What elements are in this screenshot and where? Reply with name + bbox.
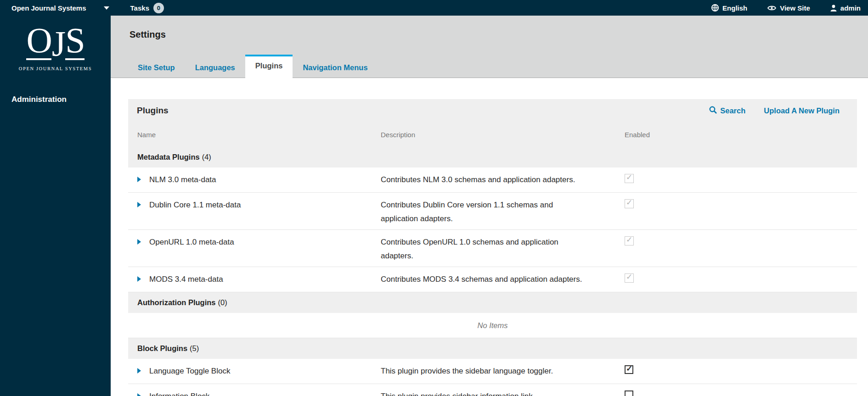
eye-icon bbox=[767, 5, 776, 11]
main-content: Settings Site Setup Languages Plugins Na… bbox=[111, 16, 868, 396]
no-items-row: No Items bbox=[128, 313, 857, 338]
table-row: NLM 3.0 meta-dataContributes NLM 3.0 sch… bbox=[128, 167, 857, 193]
checkmark-icon: ✓ bbox=[626, 272, 632, 282]
site-context-menu[interactable]: Open Journal Systems bbox=[0, 4, 109, 12]
table-row: Dublin Core 1.1 meta-dataContributes Dub… bbox=[128, 193, 857, 230]
panel-actions: Search Upload A New Plugin bbox=[700, 106, 857, 116]
brand-label: Open Journal Systems bbox=[11, 4, 86, 12]
language-label: English bbox=[722, 4, 747, 12]
expand-triangle-icon bbox=[137, 368, 141, 374]
plugin-description: Contributes NLM 3.0 schemas and applicat… bbox=[381, 173, 625, 189]
top-bar: Open Journal Systems Tasks 0 English Vie… bbox=[0, 0, 868, 16]
expand-triangle-icon bbox=[137, 393, 141, 396]
table-row: Information BlockThis plugin provides si… bbox=[128, 384, 857, 396]
ojs-logo-caption: OPEN JOURNAL SYSTEMS bbox=[0, 66, 111, 71]
ojs-logo-letters: OJS bbox=[0, 24, 111, 60]
section-title: Metadata Plugins bbox=[137, 153, 200, 162]
tab-languages[interactable]: Languages bbox=[185, 55, 245, 78]
plugin-expander[interactable]: NLM 3.0 meta-data bbox=[128, 173, 381, 189]
table-header-row: Name Description Enabled bbox=[128, 122, 857, 147]
plugin-name-label: Language Toggle Block bbox=[149, 364, 230, 378]
tasks-button[interactable]: Tasks 0 bbox=[130, 3, 164, 13]
tasks-label: Tasks bbox=[130, 4, 149, 12]
expand-triangle-icon bbox=[137, 239, 141, 245]
view-site-link[interactable]: View Site bbox=[767, 4, 810, 12]
enabled-cell: ✓ bbox=[625, 235, 857, 263]
enabled-checkbox: ✓ bbox=[625, 174, 634, 183]
table-row: Language Toggle BlockThis plugin provide… bbox=[128, 359, 857, 384]
expand-triangle-icon bbox=[137, 276, 141, 282]
sidebar-nav: Administration bbox=[0, 90, 111, 109]
globe-icon bbox=[711, 4, 719, 11]
plugin-expander[interactable]: Dublin Core 1.1 meta-data bbox=[128, 198, 381, 226]
column-header-name: Name bbox=[128, 131, 381, 139]
panel-title: Plugins bbox=[128, 106, 169, 116]
plugin-expander[interactable]: OpenURL 1.0 meta-data bbox=[128, 235, 381, 263]
column-header-description: Description bbox=[381, 131, 625, 139]
plugins-panel: Plugins Search Upload A New Plugin Name … bbox=[128, 99, 857, 396]
user-icon bbox=[830, 5, 837, 11]
enabled-cell bbox=[625, 390, 857, 396]
section-count: (4) bbox=[202, 153, 211, 162]
plugin-description: Contributes Dublin Core version 1.1 sche… bbox=[381, 198, 625, 226]
section-header-row: Block Plugins(5) bbox=[128, 338, 857, 359]
enabled-checkbox: ✓ bbox=[625, 236, 634, 245]
tasks-count-badge: 0 bbox=[153, 3, 164, 13]
plugin-name-label: OpenURL 1.0 meta-data bbox=[149, 235, 234, 249]
section-header-row: Metadata Plugins(4) bbox=[128, 147, 857, 167]
section-header-row: Authorization Plugins(0) bbox=[128, 292, 857, 313]
enabled-checkbox: ✓ bbox=[625, 199, 634, 208]
section-title: Authorization Plugins bbox=[137, 298, 216, 307]
expand-triangle-icon bbox=[137, 202, 141, 207]
sidebar: OJS OPEN JOURNAL SYSTEMS Administration bbox=[0, 16, 111, 396]
tab-bar: Site Setup Languages Plugins Navigation … bbox=[128, 55, 378, 78]
user-menu[interactable]: admin bbox=[830, 4, 861, 12]
section-count: (0) bbox=[218, 298, 227, 307]
column-header-enabled: Enabled bbox=[625, 131, 857, 139]
checkmark-icon: ✓ bbox=[626, 198, 632, 207]
plugin-name-label: Dublin Core 1.1 meta-data bbox=[149, 198, 241, 212]
view-site-label: View Site bbox=[780, 4, 810, 12]
plugin-description: Contributes OpenURL 1.0 schemas and appl… bbox=[381, 235, 625, 263]
plugin-table-body: Metadata Plugins(4)NLM 3.0 meta-dataCont… bbox=[128, 147, 857, 396]
expand-triangle-icon bbox=[137, 177, 141, 182]
tab-site-setup[interactable]: Site Setup bbox=[128, 55, 185, 78]
plugin-expander[interactable]: Information Block bbox=[128, 390, 381, 396]
tab-navigation-menus[interactable]: Navigation Menus bbox=[293, 55, 378, 78]
search-button[interactable]: Search bbox=[700, 106, 755, 116]
enabled-cell: ✓ bbox=[625, 173, 857, 189]
section-count: (5) bbox=[190, 344, 199, 353]
plugins-panel-header: Plugins Search Upload A New Plugin bbox=[128, 99, 857, 122]
plugin-name-label: NLM 3.0 meta-data bbox=[149, 173, 216, 186]
chevron-down-icon bbox=[104, 6, 109, 10]
ojs-logo: OJS OPEN JOURNAL SYSTEMS bbox=[0, 24, 111, 71]
plugin-description: This plugin provides the sidebar languag… bbox=[381, 364, 625, 380]
plugin-expander[interactable]: Language Toggle Block bbox=[128, 364, 381, 380]
table-row: MODS 3.4 meta-dataContributes MODS 3.4 s… bbox=[128, 267, 857, 292]
sidebar-item-administration[interactable]: Administration bbox=[0, 90, 111, 109]
enabled-checkbox[interactable] bbox=[625, 390, 633, 396]
plugin-description: Contributes MODS 3.4 schemas and applica… bbox=[381, 273, 625, 288]
username-label: admin bbox=[840, 4, 861, 12]
section-title: Block Plugins bbox=[137, 344, 187, 353]
language-menu[interactable]: English bbox=[711, 4, 747, 12]
table-row: OpenURL 1.0 meta-dataContributes OpenURL… bbox=[128, 230, 857, 267]
page-header: Settings Site Setup Languages Plugins Na… bbox=[111, 16, 868, 78]
plugin-name-label: Information Block bbox=[149, 390, 209, 396]
topbar-right-nav: English View Site admin bbox=[711, 4, 868, 12]
enabled-cell: ✓ bbox=[625, 198, 857, 226]
enabled-checkbox: ✓ bbox=[625, 273, 634, 283]
upload-plugin-button[interactable]: Upload A New Plugin bbox=[755, 106, 857, 115]
checkmark-icon: ✓ bbox=[626, 173, 632, 182]
plugin-name-label: MODS 3.4 meta-data bbox=[149, 273, 223, 286]
page-title: Settings bbox=[130, 29, 166, 40]
plugin-description: This plugin provides sidebar information… bbox=[381, 390, 625, 396]
tab-plugins[interactable]: Plugins bbox=[245, 55, 293, 78]
enabled-checkbox[interactable]: ✓ bbox=[625, 365, 633, 374]
checkmark-icon: ✓ bbox=[626, 235, 632, 245]
checkmark-icon: ✓ bbox=[626, 364, 632, 374]
search-icon bbox=[709, 106, 717, 116]
enabled-cell: ✓ bbox=[625, 273, 857, 288]
search-label: Search bbox=[720, 106, 745, 115]
plugin-expander[interactable]: MODS 3.4 meta-data bbox=[128, 273, 381, 288]
